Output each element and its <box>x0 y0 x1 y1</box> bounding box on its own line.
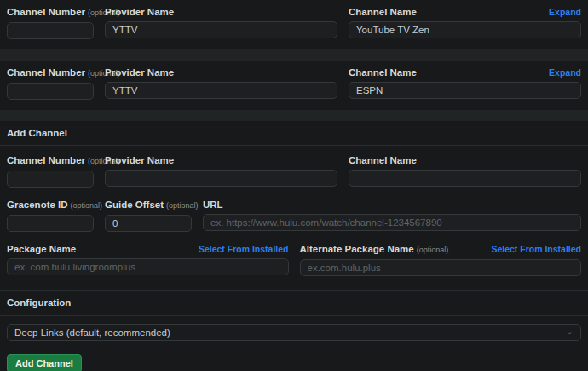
url-field: URL <box>203 199 581 232</box>
divider <box>0 145 588 146</box>
gracenote-id-field: Gracenote ID(optional) <box>7 199 94 232</box>
channel-card: Channel Number(optional) Provider Name C… <box>0 61 588 110</box>
provider-name-field: Provider Name <box>105 6 337 39</box>
channel-number-field: Channel Number(optional) <box>7 67 94 100</box>
channel-number-label: Channel Number(optional) <box>7 67 120 79</box>
provider-name-label: Provider Name <box>105 6 174 18</box>
expand-link[interactable]: Expand <box>549 67 581 78</box>
provider-name-input[interactable] <box>105 21 337 38</box>
gracenote-id-input[interactable] <box>7 215 94 232</box>
package-name-field: Package Name Select From Installed <box>7 243 289 276</box>
channel-name-field: Channel Name Expand <box>349 6 581 39</box>
channel-name-input[interactable] <box>349 82 581 99</box>
guide-offset-field: Guide Offset(optional) <box>105 199 192 232</box>
channel-number-input[interactable] <box>7 171 94 188</box>
channel-number-label: Channel Number(optional) <box>7 154 120 167</box>
channel-name-label: Channel Name <box>349 67 417 78</box>
guide-offset-label: Guide Offset(optional) <box>105 199 199 212</box>
provider-name-field: Provider Name <box>105 154 337 188</box>
alternate-package-name-input[interactable] <box>300 259 582 276</box>
channel-number-input[interactable] <box>7 22 94 39</box>
provider-name-label: Provider Name <box>105 67 174 78</box>
guide-offset-input[interactable] <box>105 215 192 232</box>
add-channel-section-title: Add Channel <box>0 121 588 145</box>
channel-name-input[interactable] <box>349 170 581 187</box>
channel-card: Channel Number(optional) Provider Name C… <box>0 0 588 49</box>
configuration-select[interactable]: Deep Links (default, recommended) ⌄ <box>7 324 581 341</box>
gracenote-id-label: Gracenote ID(optional) <box>7 199 102 212</box>
channel-number-input[interactable] <box>7 83 94 100</box>
optional-suffix: (optional) <box>166 201 199 210</box>
provider-name-input[interactable] <box>105 170 337 187</box>
provider-name-input[interactable] <box>105 82 337 99</box>
configuration-selected-value: Deep Links (default, recommended) <box>14 328 170 338</box>
channel-number-label: Channel Number(optional) <box>7 6 120 19</box>
optional-suffix: (optional) <box>417 246 449 254</box>
provider-name-field: Provider Name <box>105 67 337 100</box>
channel-name-label: Channel Name <box>349 154 417 166</box>
alternate-package-name-field: Alternate Package Name(optional) Select … <box>300 243 582 276</box>
optional-suffix: (optional) <box>71 201 103 210</box>
channel-name-field: Channel Name <box>349 154 581 188</box>
channel-number-field: Channel Number(optional) <box>7 154 94 188</box>
provider-name-label: Provider Name <box>105 154 174 166</box>
chevron-down-icon: ⌄ <box>566 327 574 336</box>
select-from-installed-link[interactable]: Select From Installed <box>491 243 581 255</box>
divider <box>0 315 588 316</box>
channel-name-label: Channel Name <box>349 6 417 18</box>
configuration-section-title: Configuration <box>0 291 588 315</box>
channel-name-input[interactable] <box>349 21 581 38</box>
url-input[interactable] <box>203 214 581 231</box>
expand-link[interactable]: Expand <box>549 6 581 18</box>
url-label: URL <box>203 199 223 211</box>
channel-name-field: Channel Name Expand <box>349 67 581 100</box>
package-name-input[interactable] <box>7 258 289 275</box>
add-channel-card: Add Channel Channel Number(optional) Pro… <box>0 121 588 371</box>
select-from-installed-link[interactable]: Select From Installed <box>199 243 289 255</box>
alternate-package-name-label: Alternate Package Name(optional) <box>300 243 449 256</box>
add-channel-button[interactable]: Add Channel <box>7 354 82 371</box>
package-name-label: Package Name <box>7 243 76 255</box>
channel-number-field: Channel Number(optional) <box>7 6 94 39</box>
